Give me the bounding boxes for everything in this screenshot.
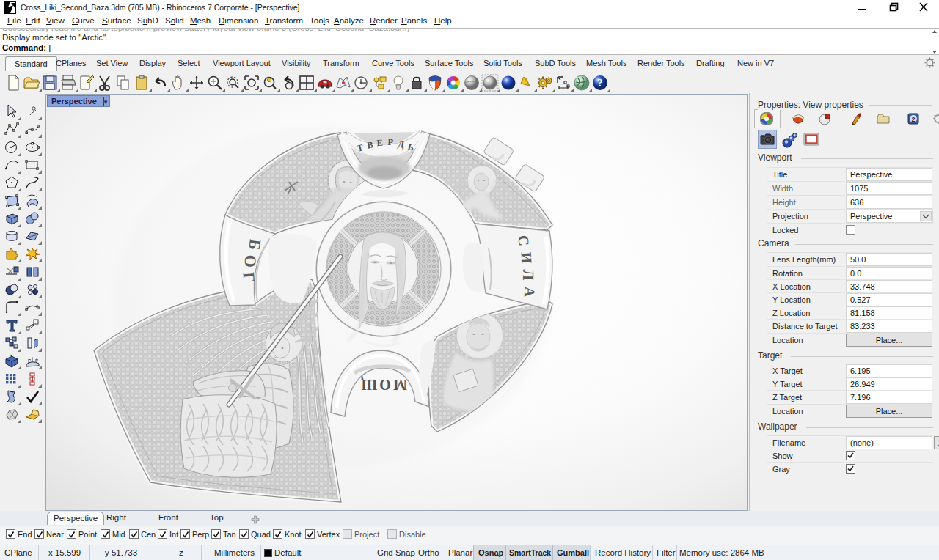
svg-text:Б: Б: [245, 238, 265, 251]
svg-text:?: ?: [598, 78, 603, 89]
svg-text:Г: Г: [240, 272, 259, 284]
svg-text:Е: Е: [376, 138, 383, 148]
svg-text:С: С: [515, 235, 532, 247]
svg-text:Л: Л: [520, 270, 536, 281]
svg-text:О: О: [241, 254, 260, 268]
svg-text:А: А: [522, 287, 538, 298]
svg-text:2: 2: [911, 116, 915, 123]
svg-text:Р: Р: [387, 137, 394, 147]
svg-text:МОЩ: МОЩ: [359, 376, 406, 393]
svg-text:И: И: [519, 251, 536, 264]
